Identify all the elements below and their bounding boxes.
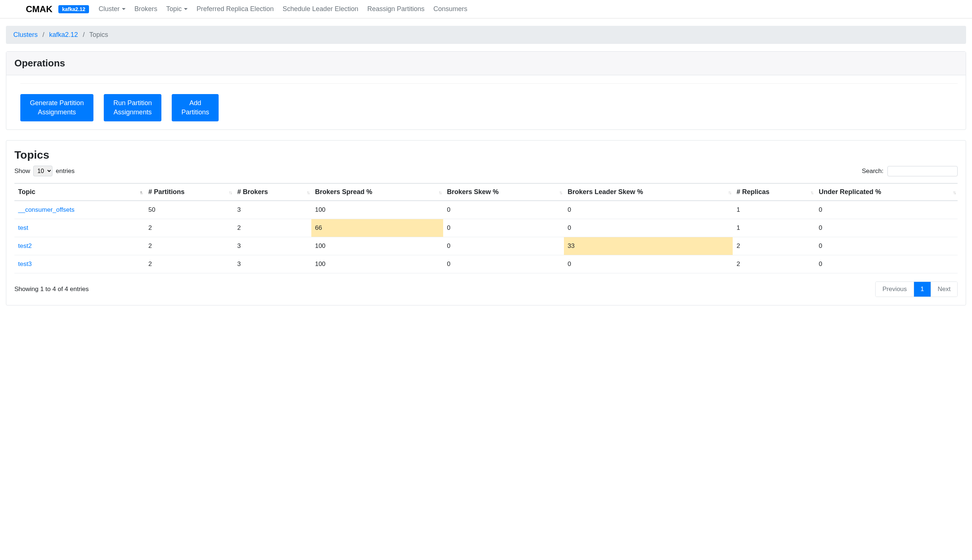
length-control: Show 10 entries [14,166,75,176]
nav-consumers[interactable]: Consumers [429,3,472,15]
table-row: __consumer_offsets5031000010 [14,201,958,219]
cell-spread: 100 [311,201,443,219]
cell-skew: 0 [443,201,564,219]
page-next-button[interactable]: Next [931,282,957,297]
cell-under: 0 [815,237,958,255]
generate-partition-assignments-button[interactable]: Generate PartitionAssignments [20,94,94,122]
cell-partitions: 2 [145,219,234,237]
col-brokers-skew-[interactable]: Brokers Skew %↑↓ [443,183,564,201]
chevron-down-icon [122,8,125,10]
cell-brokers: 3 [234,255,311,273]
cell-skew: 0 [443,219,564,237]
topic-link[interactable]: test2 [18,242,32,249]
cell-spread: 100 [311,237,443,255]
sort-icon: ↑↓ [438,190,441,195]
cell-replicas: 2 [733,255,815,273]
col--replicas[interactable]: # Replicas↑↓ [733,183,815,201]
navbar: CMAK kafka2.12 ClusterBrokersTopicPrefer… [0,0,972,18]
cell-under: 0 [815,255,958,273]
breadcrumb-current: Topics [89,31,108,38]
nav-topic[interactable]: Topic [162,3,192,15]
cell-spread: 66 [311,219,443,237]
run-partition-assignments-button[interactable]: Run PartitionAssignments [104,94,161,122]
sort-icon: ↑↓ [728,190,731,195]
cell-replicas: 1 [733,219,815,237]
chevron-down-icon [184,8,187,10]
topics-card: Topics Show 10 entries Search: Topic↑↓# … [6,140,966,305]
topic-link[interactable]: test3 [18,260,32,267]
table-row: test22310003320 [14,237,958,255]
cell-under: 0 [815,201,958,219]
nav-cluster[interactable]: Cluster [94,3,130,15]
breadcrumb-cluster-name[interactable]: kafka2.12 [49,31,78,38]
cell-leader-skew: 0 [564,201,733,219]
topics-title: Topics [14,149,958,161]
length-label-pre: Show [14,167,30,175]
operations-title: Operations [6,52,966,75]
breadcrumb-clusters[interactable]: Clusters [13,31,38,38]
operations-card: Operations Generate PartitionAssignments… [6,51,966,130]
brand[interactable]: CMAK [26,4,52,14]
sort-icon: ↑↓ [229,190,232,195]
table-row: test3231000020 [14,255,958,273]
col-brokers-spread-[interactable]: Brokers Spread %↑↓ [311,183,443,201]
table-row: test22660010 [14,219,958,237]
cell-replicas: 2 [733,237,815,255]
sort-icon: ↑↓ [810,190,813,195]
cell-leader-skew: 0 [564,219,733,237]
col-brokers-leader-skew-[interactable]: Brokers Leader Skew %↑↓ [564,183,733,201]
cell-partitions: 2 [145,255,234,273]
table-footer: Showing 1 to 4 of 4 entries Previous 1 N… [14,282,958,297]
cell-skew: 0 [443,255,564,273]
sort-icon: ↑↓ [140,190,142,195]
cell-leader-skew: 0 [564,255,733,273]
pagination: Previous 1 Next [875,282,958,297]
sort-icon: ↑↓ [306,190,309,195]
length-select[interactable]: 10 [33,166,52,176]
table-controls: Show 10 entries Search: [14,166,958,176]
nav-preferred-replica-election[interactable]: Preferred Replica Election [192,3,278,15]
search-control: Search: [862,166,958,176]
topic-link[interactable]: __consumer_offsets [18,206,75,213]
breadcrumb-sep: / [80,31,87,38]
sort-icon: ↑↓ [559,190,562,195]
page-prev-button[interactable]: Previous [876,282,913,297]
operations-buttons: Generate PartitionAssignmentsRun Partiti… [20,83,958,122]
nav-brokers[interactable]: Brokers [130,3,162,15]
topic-link[interactable]: test [18,224,28,231]
cell-partitions: 50 [145,201,234,219]
cell-brokers: 3 [234,237,311,255]
page-1-button[interactable]: 1 [913,282,931,297]
sort-icon: ↑↓ [953,190,955,195]
cell-leader-skew: 33 [564,237,733,255]
cell-brokers: 2 [234,219,311,237]
col-topic[interactable]: Topic↑↓ [14,183,145,201]
cell-under: 0 [815,219,958,237]
search-input[interactable] [887,166,958,176]
add-partitions-button[interactable]: AddPartitions [172,94,219,122]
col--partitions[interactable]: # Partitions↑↓ [145,183,234,201]
cell-partitions: 2 [145,237,234,255]
col--brokers[interactable]: # Brokers↑↓ [234,183,311,201]
nav-reassign-partitions[interactable]: Reassign Partitions [363,3,429,15]
col-under-replicated-[interactable]: Under Replicated %↑↓ [815,183,958,201]
table-info: Showing 1 to 4 of 4 entries [14,285,89,293]
topics-table: Topic↑↓# Partitions↑↓# Brokers↑↓Brokers … [14,183,958,273]
cell-replicas: 1 [733,201,815,219]
cell-brokers: 3 [234,201,311,219]
cluster-badge[interactable]: kafka2.12 [59,5,89,13]
cell-spread: 100 [311,255,443,273]
breadcrumb: Clusters / kafka2.12 / Topics [6,26,966,44]
length-label-post: entries [56,167,75,175]
breadcrumb-sep: / [40,31,47,38]
nav-schedule-leader-election[interactable]: Schedule Leader Election [278,3,363,15]
search-label: Search: [862,167,884,175]
cell-skew: 0 [443,237,564,255]
